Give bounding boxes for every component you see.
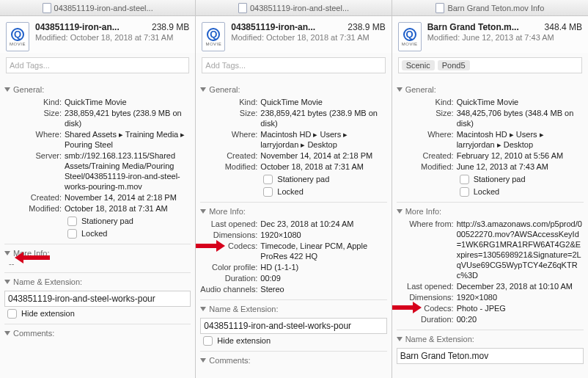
section-label: More Info: [209,207,246,216]
header-text: Barn Grand Teton.m... 348.4 MB Modified:… [427,22,582,42]
document-icon: QMOVIE [6,22,29,51]
file-name: 043851119-iron-an... [231,22,343,32]
checkbox-icon [460,175,469,184]
header-text: 043851119-iron-an... 238.9 MB Modified: … [35,22,189,42]
info-row: Server:smb://192.168.123.115/Shared Asse… [4,150,191,192]
section-name-ext: Name & Extension: [397,333,584,364]
file-modified: Modified: October 18, 2018 at 7:31 AM [35,33,189,42]
info-row: Dimensions:1920×1080 [200,230,386,241]
general-list: Kind:QuickTime Movie Size:238,859,421 by… [4,95,191,239]
section-toggle-more-info[interactable]: More Info: [200,206,386,217]
section-general: General: Kind:QuickTime Movie Size:238,8… [200,84,386,197]
locked-checkbox-row[interactable]: Locked [397,186,584,197]
hide-extension-checkbox-row[interactable]: Hide extension [4,308,191,319]
info-row: Created:November 14, 2014 at 2:18 PM [4,192,191,203]
titlebar-text: Barn Grand Teton.mov Info [447,4,544,12]
file-size: 238.9 MB [348,22,385,32]
more-info-empty: -- [4,259,191,268]
info-body: General: Kind:QuickTime Movie Size:348,4… [392,78,588,378]
info-row: Duration:00:20 [397,314,584,325]
titlebar-doc-icon [43,3,51,13]
section-more-info: More Info: -- [4,247,191,268]
info-row: Size:238,859,421 bytes (238.9 MB on disk… [4,108,191,129]
divider [200,351,386,352]
checkbox-icon [7,309,17,319]
titlebar[interactable]: Barn Grand Teton.mov Info [392,0,588,16]
info-row: Kind:QuickTime Movie [397,97,584,108]
document-icon: QMOVIE [398,22,422,51]
tags-field[interactable]: Add Tags... [202,57,385,73]
info-row: Codecs:Photo - JPEG [397,303,584,314]
disclosure-triangle-icon [4,251,10,255]
info-row: Where:Macintosh HD ▸ Users ▸ larryjordan… [397,129,584,150]
section-toggle-name-ext[interactable]: Name & Extension: [4,276,191,288]
stationery-checkbox-row[interactable]: Stationery pad [4,216,191,227]
section-label: Name & Extension: [13,277,82,286]
info-row: Audio channels:Stereo [200,284,386,295]
disclosure-triangle-icon [397,337,403,341]
section-toggle-name-ext[interactable]: Name & Extension: [397,333,584,345]
tag-chip[interactable]: Pond5 [438,60,470,70]
header: QMOVIE 043851119-iron-an... 238.9 MB Mod… [0,16,195,53]
section-name-ext: Name & Extension: Hide extension [4,276,191,319]
disclosure-triangle-icon [4,280,10,284]
file-size: 238.9 MB [152,22,189,32]
section-more-info: More Info: Last opened:Dec 23, 2018 at 1… [200,206,386,295]
checkbox-icon [67,229,77,239]
name-extension-input[interactable] [200,318,386,334]
titlebar-doc-icon [238,3,247,13]
section-toggle-general[interactable]: General: [4,84,191,95]
tags-field[interactable]: Add Tags... [6,57,189,73]
section-toggle-comments[interactable]: Comments: [4,327,191,339]
divider [200,299,386,300]
info-body: General: Kind:QuickTime Movie Size:238,8… [196,78,391,378]
titlebar-text: 043851119-iron-and-steel... [54,4,153,12]
info-row: Color profile:HD (1-1-1) [200,262,386,273]
info-row: Created:November 14, 2014 at 2:18 PM [200,150,386,161]
section-label: Comments: [209,356,250,365]
info-row: Size:348,425,706 bytes (348.4 MB on disk… [397,108,584,129]
section-general: General: Kind:QuickTime Movie Size:238,8… [4,84,191,239]
section-toggle-more-info[interactable]: More Info: [397,206,584,217]
section-label: General: [405,85,436,94]
section-toggle-more-info[interactable]: More Info: [4,247,191,259]
name-extension-input[interactable] [397,348,584,364]
section-toggle-comments[interactable]: Comments: [200,355,386,366]
info-panel: 043851119-iron-and-steel... QMOVIE 04385… [0,0,196,378]
section-toggle-general[interactable]: General: [200,84,386,95]
info-row: Last opened:December 23, 2018 at 10:10 A… [397,281,584,292]
document-icon: QMOVIE [202,22,225,51]
section-toggle-general[interactable]: General: [397,84,584,95]
locked-checkbox-row[interactable]: Locked [200,186,386,197]
info-row: Where:Macintosh HD ▸ Users ▸ larryjordan… [200,129,386,150]
hide-extension-checkbox-row[interactable]: Hide extension [200,335,386,346]
divider [4,272,191,273]
checkbox-icon [263,175,273,184]
divider [397,202,584,203]
file-modified: Modified: June 12, 2013 at 7:43 AM [427,33,582,42]
disclosure-triangle-icon [4,87,10,92]
file-size: 348.4 MB [545,22,582,32]
section-more-info: More Info: Where from:http://s3.amazonaw… [397,206,584,325]
locked-checkbox-row[interactable]: Locked [4,228,191,239]
disclosure-triangle-icon [4,331,10,335]
section-toggle-name-ext[interactable]: Name & Extension: [200,303,386,315]
disclosure-triangle-icon [200,358,206,363]
tags-placeholder: Add Tags... [10,61,50,70]
tags-field[interactable]: Scenic Pond5 [398,57,582,73]
divider [397,330,584,330]
checkbox-icon [263,187,273,197]
general-list: Kind:QuickTime Movie Size:348,425,706 by… [397,95,584,197]
info-row: Modified:October 18, 2018 at 7:31 AM [4,203,191,214]
checkbox-icon [203,336,213,346]
tag-chip[interactable]: Scenic [402,60,435,70]
section-label: Comments: [13,329,54,338]
titlebar[interactable]: 043851119-iron-and-steel... [196,0,391,16]
section-label: Name & Extension: [405,335,474,344]
stationery-checkbox-row[interactable]: Stationery pad [200,174,386,185]
checkbox-icon [67,217,77,226]
titlebar[interactable]: 043851119-iron-and-steel... [0,0,195,16]
name-extension-input[interactable] [4,291,191,307]
info-panel: 043851119-iron-and-steel... QMOVIE 04385… [196,0,392,378]
stationery-checkbox-row[interactable]: Stationery pad [397,174,584,185]
